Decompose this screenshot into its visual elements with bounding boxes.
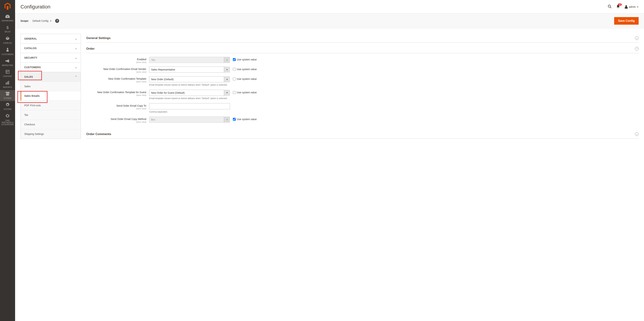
subtab-sales[interactable]: Sales — [21, 82, 81, 91]
sidebar-label: SYSTEM — [4, 108, 12, 110]
svg-point-0 — [7, 48, 8, 49]
notification-bell-icon[interactable]: 13 — [616, 5, 620, 9]
field-note: Comma-separated. — [149, 110, 230, 114]
template-select[interactable]: New Order (Default) — [149, 76, 230, 82]
use-system-checkbox[interactable] — [233, 78, 236, 80]
sidebar-item-sales[interactable]: $ SALES — [0, 24, 15, 35]
sidebar-label: STORES — [4, 97, 12, 99]
field-label: New Order Confirmation Template for Gues… — [97, 91, 146, 94]
use-system-checkbox[interactable] — [233, 91, 236, 94]
svg-rect-1 — [6, 70, 9, 73]
sidebar-label: FIND PARTNERS & EXTENSIONS — [1, 120, 14, 126]
gauge-icon — [6, 15, 10, 19]
tab-customers[interactable]: CUSTOMERS ⌄ — [21, 63, 81, 72]
config-tabs: GENERAL ⌄ CATALOG ⌄ SECURITY ⌄ — [20, 34, 81, 139]
use-system-label[interactable]: Use system value — [237, 118, 256, 121]
magento-logo[interactable] — [0, 0, 15, 13]
field-row-copy-method: Send Order Email Copy Method [store view… — [86, 117, 638, 123]
chevron-up-icon: ⌃ — [75, 75, 77, 78]
tab-label: SECURITY — [24, 56, 38, 59]
chevron-down-icon: ⌄ — [75, 47, 77, 50]
tab-catalog[interactable]: CATALOG ⌄ — [21, 44, 81, 53]
subtab-tax[interactable]: Tax — [21, 110, 81, 120]
admin-user-menu[interactable]: admin ▼ — [624, 5, 638, 9]
field-label: Send Order Email Copy To — [116, 104, 146, 107]
subtab-checkout[interactable]: Checkout — [21, 120, 81, 129]
help-icon[interactable]: ? — [55, 19, 59, 23]
use-system-checkbox[interactable] — [233, 58, 236, 61]
sidebar-item-stores[interactable]: STORES — [0, 90, 15, 101]
scope-selector[interactable]: Default Config ▼ — [32, 20, 52, 22]
field-scope: [store view] — [86, 71, 146, 73]
use-system-label[interactable]: Use system value — [237, 68, 256, 71]
sidebar-item-catalog[interactable]: CATALOG — [0, 35, 15, 46]
admin-sidebar: DASHBOARD $ SALES CATALOG CUSTOMERS MARK… — [0, 0, 15, 140]
tab-label: SALES — [24, 75, 33, 78]
search-icon[interactable] — [608, 5, 612, 9]
tab-general[interactable]: GENERAL ⌄ — [21, 34, 81, 43]
field-scope: [store view] — [86, 121, 146, 123]
sidebar-item-partners[interactable]: FIND PARTNERS & EXTENSIONS — [0, 112, 15, 127]
sidebar-item-reports[interactable]: REPORTS — [0, 79, 15, 90]
section-general-settings[interactable]: General Settings ⌄ — [86, 34, 638, 43]
use-system-label[interactable]: Use system value — [237, 91, 256, 94]
header-actions: 13 admin ▼ — [608, 5, 638, 9]
sidebar-label: DASHBOARD — [2, 20, 14, 22]
section-order[interactable]: Order ⌃ — [86, 45, 638, 53]
expand-icon: ⌄ — [635, 36, 638, 40]
box-icon — [6, 36, 10, 41]
subtab-sales-emails[interactable]: Sales Emails — [21, 91, 81, 101]
section-title: Order Comments — [86, 132, 111, 136]
sidebar-label: SALES — [4, 31, 10, 33]
tab-security[interactable]: SECURITY ⌄ — [21, 53, 81, 62]
scope-label: Scope: — [20, 20, 29, 22]
field-scope: [store view] — [86, 94, 146, 96]
copy-method-select: Bcc — [149, 117, 230, 123]
sidebar-item-dashboard[interactable]: DASHBOARD — [0, 13, 15, 24]
field-row-enabled: Enabled [store view] Yes ▼ Use system va… — [86, 57, 638, 63]
field-row-copy-to: Send Order Email Copy To [store view] Co… — [86, 103, 638, 114]
field-label: New Order Confirmation Template — [108, 77, 146, 80]
expand-icon: ⌄ — [635, 132, 638, 136]
svg-point-9 — [626, 5, 627, 7]
use-system-checkbox[interactable] — [233, 118, 236, 121]
sidebar-label: CATALOG — [3, 42, 12, 44]
sidebar-item-customers[interactable]: CUSTOMERS — [0, 46, 15, 57]
caret-down-icon: ▼ — [50, 20, 52, 22]
enabled-select: Yes — [149, 57, 230, 63]
tab-sales[interactable]: SALES ⌃ — [21, 72, 81, 82]
collapse-icon: ⌃ — [635, 47, 638, 51]
use-system-label[interactable]: Use system value — [237, 58, 256, 61]
gear-icon — [6, 103, 9, 108]
use-system-label[interactable]: Use system value — [237, 78, 256, 80]
magento-logo-icon — [4, 3, 11, 10]
field-scope: [store view] — [86, 108, 146, 110]
megaphone-icon — [6, 59, 10, 64]
copy-to-input[interactable] — [149, 103, 230, 109]
save-config-button[interactable]: Save Config — [614, 17, 638, 25]
user-icon — [624, 5, 628, 9]
sidebar-item-content[interactable]: CONTENT — [0, 68, 15, 79]
use-system-checkbox[interactable] — [233, 68, 236, 71]
template-guest-select[interactable]: New Order for Guest (Default) — [149, 90, 230, 96]
section-order-comments[interactable]: Order Comments ⌄ — [86, 130, 638, 139]
sender-select[interactable]: Sales Representative — [149, 67, 230, 73]
tab-label: CATALOG — [24, 47, 37, 50]
field-row-template: New Order Confirmation Template [store v… — [86, 76, 638, 87]
svg-rect-5 — [7, 82, 8, 85]
chevron-down-icon: ⌄ — [75, 37, 77, 40]
scope-bar: Scope: Default Config ▼ ? Save Config — [15, 13, 644, 29]
subtab-pdf-printouts[interactable]: PDF Print-outs — [21, 101, 81, 110]
sidebar-item-system[interactable]: SYSTEM — [0, 101, 15, 112]
notification-badge: 13 — [618, 4, 622, 6]
field-row-template-guest: New Order Confirmation Template for Gues… — [86, 90, 638, 100]
scope-value: Default Config — [32, 20, 48, 22]
field-label: Enabled — [137, 58, 146, 61]
page-title: Configuration — [20, 4, 50, 10]
sidebar-item-marketing[interactable]: MARKETING — [0, 57, 15, 68]
subtab-shipping-settings[interactable]: Shipping Settings — [21, 129, 81, 139]
tab-label: CUSTOMERS — [24, 66, 41, 69]
field-scope: [store view] — [86, 81, 146, 83]
field-note: Email template chosen based on theme fal… — [149, 84, 230, 87]
settings-panel: General Settings ⌄ Order ⌃ Enabled [stor… — [86, 34, 638, 140]
